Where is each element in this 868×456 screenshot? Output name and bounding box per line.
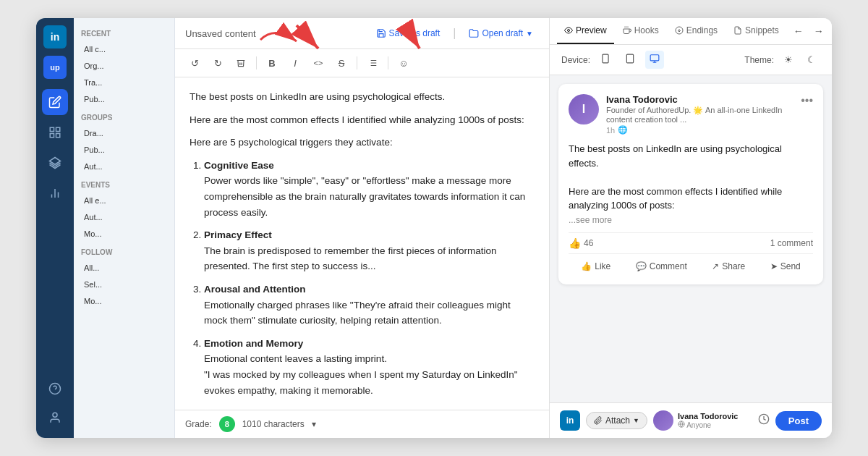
toolbar-italic[interactable]: I: [286, 54, 305, 72]
nav-item-mo[interactable]: Mo...: [77, 226, 171, 242]
chevron-icon[interactable]: ▾: [312, 419, 316, 429]
svg-rect-3: [50, 134, 54, 138]
comment-button[interactable]: 💬 Comment: [630, 258, 693, 274]
globe-icon: 🌐: [618, 125, 628, 135]
nav-list: Recent All c... Org... Tra... Pub... Gro…: [74, 18, 175, 438]
comment-count: 1 comment: [770, 238, 813, 248]
toolbar-strikethrough[interactable]: S: [332, 54, 351, 72]
post-time: 1h 🌐: [606, 125, 793, 135]
post-more-button[interactable]: •••: [801, 94, 813, 107]
editor-body[interactable]: The best posts on LinkedIn are using psy…: [175, 77, 549, 410]
send-action-icon: ➤: [770, 261, 778, 271]
list-item-4: Emotion and MemoryEmotional content leav…: [204, 336, 535, 398]
toolbar-bold[interactable]: B: [263, 54, 281, 72]
toolbar-undo[interactable]: ↺: [185, 54, 204, 72]
share-button[interactable]: ↗ Share: [706, 258, 751, 274]
nav-item-mo2[interactable]: Mo...: [77, 293, 171, 309]
like-icon: 👍: [569, 237, 581, 249]
nav-item-pub1[interactable]: Pub...: [77, 91, 171, 107]
device-tablet-button[interactable]: [621, 51, 639, 69]
linkedin-bottom-icon: in: [560, 410, 580, 431]
nav-item-alle[interactable]: All e...: [77, 193, 171, 208]
editor-toolbar: ↺ ↻ B I <> S ☺: [175, 49, 549, 77]
toolbar-sep2: [357, 56, 357, 69]
nav-back-button[interactable]: ←: [789, 24, 808, 38]
toolbar-redo[interactable]: ↻: [208, 54, 227, 72]
editor-sub: Here are the most common effects I ident…: [190, 112, 535, 128]
sidebar-icon-layers[interactable]: [42, 150, 68, 176]
toolbar-code[interactable]: <>: [309, 54, 328, 72]
nav-item-allc[interactable]: All c...: [77, 41, 171, 57]
preview-device-bar: Device: Theme: ☀ ☾: [550, 45, 832, 75]
nav-forward-button[interactable]: →: [809, 24, 828, 38]
preview-tabs: Preview Hooks Endings Snippets ← →: [550, 18, 832, 45]
character-count: 1010 characters: [242, 419, 305, 429]
toolbar-list[interactable]: [363, 54, 382, 72]
like-action-icon: 👍: [581, 261, 592, 271]
preview-area: Preview Hooks Endings Snippets ← →: [550, 18, 832, 438]
toolbar-clear[interactable]: [231, 54, 250, 72]
like-button[interactable]: 👍 Like: [575, 258, 616, 274]
sidebar-icon-grid[interactable]: [42, 119, 68, 145]
avatar: I: [569, 94, 599, 124]
preview-bottom-bar: in Attach ▼ Ivana Todorovic Anyone: [550, 402, 832, 438]
nav-item-aut2[interactable]: Aut...: [77, 209, 171, 225]
device-desktop-button[interactable]: [645, 51, 664, 69]
editor-trigger-intro: Here are 5 psychological triggers they a…: [190, 135, 535, 151]
linkedin-post-card: I Ivana Todorovic Founder of AuthoredUp.…: [558, 84, 823, 284]
svg-point-10: [53, 413, 57, 417]
attach-button[interactable]: Attach ▼: [586, 412, 647, 429]
post-author: Ivana Todorovic: [606, 94, 793, 105]
nav-item-dra[interactable]: Dra...: [77, 125, 171, 141]
sidebar-icon-chart[interactable]: [42, 180, 68, 206]
linkedin-logo[interactable]: in: [43, 25, 67, 48]
device-mobile-button[interactable]: [596, 51, 615, 69]
post-button[interactable]: Post: [775, 411, 822, 431]
editor-header: Unsaved content Save as draft | Open dra…: [175, 18, 549, 49]
nav-item-org[interactable]: Org...: [77, 58, 171, 74]
tab-endings[interactable]: Endings: [668, 18, 725, 44]
post-header: I Ivana Todorovic Founder of AuthoredUp.…: [569, 94, 813, 135]
nav-item-tra[interactable]: Tra...: [77, 75, 171, 90]
tab-hooks[interactable]: Hooks: [616, 18, 666, 44]
save-as-draft-button[interactable]: Save as draft: [370, 25, 446, 41]
sidebar-icon-edit[interactable]: [42, 89, 68, 115]
list-item-3: Arousal and AttentionEmotionally charged…: [204, 282, 535, 329]
grade-label: Grade:: [185, 419, 212, 429]
sidebar-icon-question[interactable]: [42, 376, 68, 402]
schedule-button[interactable]: [758, 413, 770, 428]
poster-info: Ivana Todorovic Anyone: [653, 410, 752, 431]
list-item-2: Primacy EffectThe brain is predisposed t…: [204, 227, 535, 274]
nav-item-aut[interactable]: Aut...: [77, 159, 171, 174]
post-subtitle: Founder of AuthoredUp. 🌟 An all-in-one L…: [606, 106, 793, 124]
nav-section-follow: Follow: [74, 242, 174, 259]
theme-dark-button[interactable]: ☾: [803, 51, 820, 68]
poster-avatar: [653, 410, 673, 431]
editor-footer: Grade: 8 1010 characters ▾: [175, 410, 549, 438]
tab-snippets[interactable]: Snippets: [726, 18, 786, 44]
open-draft-button[interactable]: Open draft ▼: [463, 25, 539, 41]
send-button[interactable]: ➤ Send: [765, 258, 807, 274]
sidebar: in up: [36, 18, 74, 438]
theme-label: Theme:: [744, 55, 774, 65]
app-logo[interactable]: up: [43, 56, 67, 79]
editor-intro: The best posts on LinkedIn are using psy…: [190, 89, 535, 105]
theme-light-button[interactable]: ☀: [780, 51, 797, 68]
nav-item-sel[interactable]: Sel...: [77, 276, 171, 292]
share-action-icon: ↗: [712, 261, 719, 271]
post-meta: Ivana Todorovic Founder of AuthoredUp. 🌟…: [606, 94, 793, 135]
svg-point-17: [568, 30, 570, 32]
nav-item-all2[interactable]: All...: [77, 260, 171, 276]
svg-rect-25: [626, 54, 633, 63]
see-more-link[interactable]: ...see more: [569, 215, 612, 225]
device-label: Device:: [561, 55, 590, 65]
toolbar-sep3: [388, 56, 388, 69]
toolbar-emoji[interactable]: ☺: [394, 54, 413, 72]
nav-item-pub2[interactable]: Pub...: [77, 142, 171, 158]
svg-rect-23: [603, 54, 608, 63]
tab-preview[interactable]: Preview: [557, 18, 614, 44]
svg-rect-1: [56, 127, 60, 131]
list-item-1: Cognitive EasePower words like "simple",…: [204, 158, 535, 220]
sidebar-icon-user[interactable]: [42, 405, 68, 431]
svg-rect-27: [650, 55, 659, 61]
